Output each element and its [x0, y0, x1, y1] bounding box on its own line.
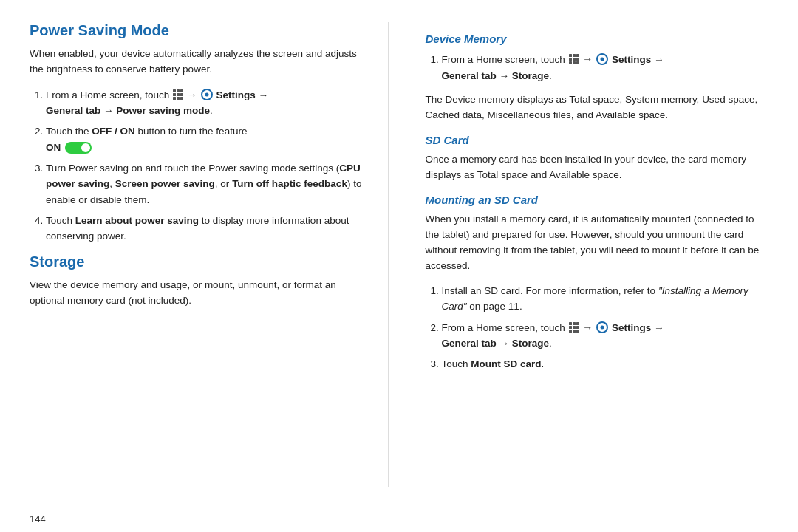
- step4-bold: Learn about power saving: [75, 215, 199, 226]
- mount-step2-bold: General tab → Storage: [442, 338, 550, 349]
- page-number: 144: [0, 509, 798, 532]
- mount-step2-settings: Settings →: [612, 322, 664, 333]
- dm-step-1: From a Home screen, touch → Settings → G…: [442, 51, 769, 83]
- dm-step1-before: From a Home screen, touch: [442, 54, 568, 65]
- grid-icon-1: [173, 89, 183, 100]
- step3-text1: Turn Power saving on and touch the Power…: [46, 163, 339, 174]
- dm-step1-settings: Settings →: [612, 54, 664, 65]
- step3-sep2: , or: [215, 178, 232, 189]
- toggle-switch[interactable]: [65, 142, 92, 154]
- sd-card-desc: Once a memory card has been installed in…: [426, 152, 769, 183]
- mount-step2-period: .: [549, 338, 552, 349]
- mount-step-2: From a Home screen, touch → Settings → G…: [442, 319, 769, 352]
- mount-step-1: Install an SD card. For more information…: [442, 283, 769, 315]
- step-4: Touch Learn about power saving to displa…: [46, 213, 373, 245]
- dm-step1-period: .: [549, 70, 552, 81]
- power-saving-title: Power Saving Mode: [30, 22, 373, 39]
- device-memory-steps: From a Home screen, touch → Settings → G…: [426, 51, 769, 83]
- dm-step1-bold: General tab → Storage: [442, 70, 550, 81]
- grid-icon-2: [569, 54, 579, 64]
- step1-settings: Settings →: [216, 89, 269, 100]
- step3-sep1: ,: [109, 178, 115, 189]
- step2-text2: button to turn the feature: [135, 126, 248, 137]
- step2-bold: OFF / ON: [92, 126, 135, 137]
- step3-bold3: Turn off haptic feedback: [232, 178, 347, 189]
- mount-step-3: Touch Mount SD card.: [442, 356, 769, 372]
- step1-period: .: [210, 105, 213, 116]
- step3-bold2: Screen power saving: [115, 178, 215, 189]
- grid-icon-3: [569, 322, 579, 332]
- mount-step1-text: Install an SD card. For more information…: [442, 285, 658, 296]
- mount-step3-before: Touch: [442, 358, 471, 369]
- toggle-container: ON: [46, 140, 92, 156]
- arrow-3: →: [582, 321, 596, 333]
- right-column: Device Memory From a Home screen, touch …: [411, 22, 769, 487]
- arrow-1: →: [187, 89, 200, 100]
- mounting-sd-title: Mounting an SD Card: [426, 194, 769, 206]
- step-2: Touch the OFF / ON button to turn the fe…: [46, 123, 373, 156]
- storage-title: Storage: [30, 253, 373, 270]
- arrow-2: →: [582, 53, 596, 65]
- step2-text: Touch the: [46, 126, 92, 137]
- left-column: Power Saving Mode When enabled, your dev…: [30, 22, 389, 487]
- mounting-sd-steps: Install an SD card. For more information…: [426, 283, 769, 372]
- step-1: From a Home screen, touch → Settings → G…: [46, 86, 373, 119]
- storage-intro: View the device memory and usage, or mou…: [30, 278, 373, 309]
- step4-text-before: Touch: [46, 215, 75, 226]
- power-saving-intro: When enabled, your device automatically …: [30, 47, 373, 78]
- mount-step3-bold: Mount SD card: [471, 358, 541, 369]
- device-memory-title: Device Memory: [426, 33, 769, 45]
- settings-icon-3: [596, 321, 608, 333]
- settings-icon-2: [596, 53, 608, 65]
- settings-icon-1: [201, 89, 213, 100]
- step-3: Turn Power saving on and touch the Power…: [46, 160, 373, 208]
- mount-step1-end: on page 11.: [467, 301, 522, 312]
- mount-step3-end: .: [542, 358, 545, 369]
- power-saving-steps: From a Home screen, touch → Settings → G…: [30, 86, 373, 245]
- mounting-sd-intro: When you install a memory card, it is au…: [426, 212, 769, 274]
- device-memory-desc: The Device memory displays as Total spac…: [426, 92, 769, 123]
- sd-card-title: SD Card: [426, 134, 769, 146]
- mount-step2-before: From a Home screen, touch: [442, 322, 568, 333]
- toggle-on-label: ON: [46, 140, 61, 156]
- step1-text-before: From a Home screen, touch: [46, 89, 172, 100]
- step1-bold: General tab → Power saving mode: [46, 105, 210, 116]
